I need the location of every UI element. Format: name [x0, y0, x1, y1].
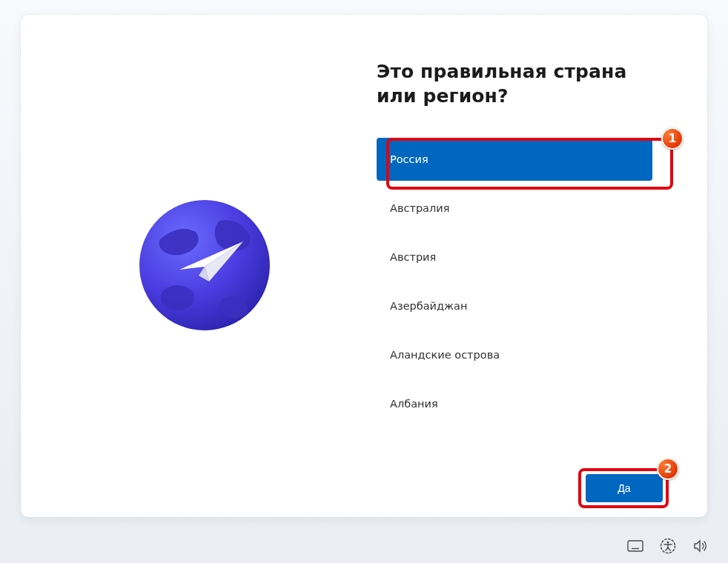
page-title: Это правильная страна или регион? — [377, 59, 663, 108]
keyboard-icon[interactable] — [626, 536, 645, 556]
yes-button[interactable]: Да — [586, 474, 663, 502]
content-pane: Это правильная страна или регион? Россия… — [362, 15, 707, 517]
taskbar-icons — [626, 536, 710, 556]
region-label: Аландские острова — [390, 349, 500, 361]
region-illustration — [21, 15, 362, 517]
region-item-austria[interactable]: Австрия — [377, 236, 652, 279]
region-label: Австралия — [390, 202, 449, 214]
region-label: Австрия — [390, 251, 436, 263]
accessibility-icon[interactable] — [658, 536, 678, 556]
region-label: Азербайджан — [390, 300, 467, 312]
svg-point-19 — [667, 542, 669, 544]
region-item-aland[interactable]: Аландские острова — [377, 333, 652, 376]
svg-line-23 — [668, 547, 670, 550]
region-list: Россия Австралия Австрия Азербайджан Ала… — [377, 138, 663, 425]
region-item-australia[interactable]: Австралия — [377, 187, 652, 230]
region-label: Россия — [390, 153, 428, 165]
region-item-albania[interactable]: Албания — [377, 382, 652, 425]
setup-panel: Это правильная страна или регион? Россия… — [21, 15, 707, 517]
globe-plane-icon — [138, 199, 271, 332]
svg-line-22 — [666, 547, 668, 550]
volume-icon[interactable] — [691, 536, 710, 556]
confirm-row: Да — [586, 474, 663, 502]
region-label: Албания — [390, 398, 438, 410]
region-item-azerbaijan[interactable]: Азербайджан — [377, 284, 652, 327]
region-item-russia[interactable]: Россия — [377, 138, 652, 181]
